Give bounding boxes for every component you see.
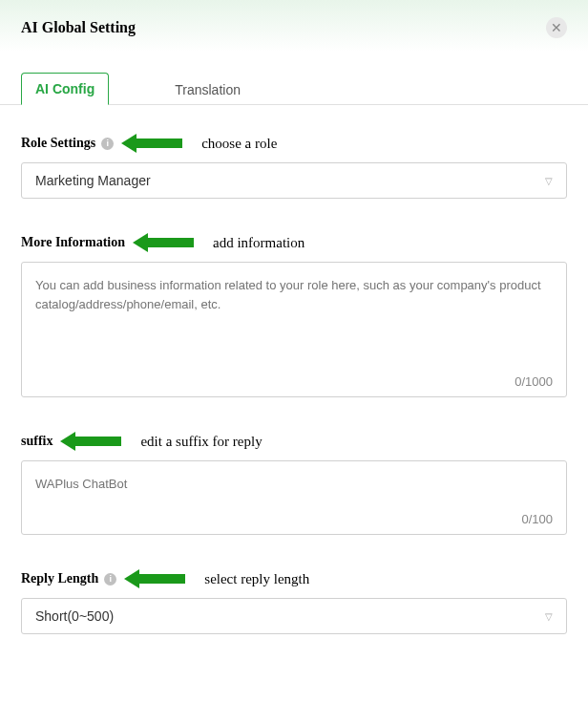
suffix-counter: 0/100	[521, 512, 553, 526]
reply-length-value: Short(0~500)	[35, 608, 114, 624]
reply-length-arrow	[124, 569, 185, 588]
more-information-group: More Information add information 0/1000	[21, 233, 567, 397]
reply-length-select[interactable]: Short(0~500) ▽	[21, 598, 567, 634]
dialog-container: AI Global Setting ✕ AI Config Translatio…	[0, 0, 588, 703]
more-information-counter: 0/1000	[514, 374, 553, 389]
chevron-down-icon: ▽	[545, 176, 553, 186]
suffix-textarea-wrapper: 0/100	[21, 460, 567, 535]
chevron-down-icon: ▽	[545, 611, 553, 622]
role-settings-label-row: Role Settings i choose a role	[21, 134, 567, 153]
tabs-bar: AI Config Translation	[0, 52, 588, 105]
tab-ai-config[interactable]: AI Config	[21, 73, 109, 105]
tab-translation[interactable]: Translation	[160, 74, 255, 105]
more-information-arrow	[133, 233, 194, 252]
arrow-icon	[60, 432, 75, 451]
suffix-textarea[interactable]	[22, 461, 566, 530]
info-icon[interactable]: i	[104, 573, 116, 586]
close-button[interactable]: ✕	[546, 17, 567, 38]
suffix-label: suffix	[21, 434, 52, 449]
role-settings-arrow	[121, 134, 182, 153]
more-information-textarea-wrapper: 0/1000	[21, 262, 567, 397]
reply-length-annotation: select reply length	[204, 571, 309, 587]
suffix-label-row: suffix edit a suffix for reply	[21, 432, 567, 451]
role-settings-select[interactable]: Marketing Manager ▽	[21, 162, 567, 199]
suffix-group: suffix edit a suffix for reply 0/100	[21, 432, 567, 535]
arrow-body	[75, 437, 121, 446]
dialog-title: AI Global Setting	[21, 19, 136, 36]
dialog-header: AI Global Setting ✕	[0, 0, 588, 52]
role-settings-group: Role Settings i choose a role Marketing …	[21, 134, 567, 199]
arrow-body	[148, 238, 194, 247]
arrow-icon	[124, 569, 139, 588]
role-settings-label: Role Settings	[21, 136, 95, 151]
reply-length-label-row: Reply Length i select reply length	[21, 569, 567, 588]
more-information-label: More Information	[21, 235, 125, 250]
role-settings-annotation: choose a role	[201, 136, 277, 152]
reply-length-group: Reply Length i select reply length Short…	[21, 569, 567, 634]
reply-length-label: Reply Length	[21, 571, 98, 586]
close-icon: ✕	[551, 20, 562, 35]
role-settings-value: Marketing Manager	[35, 173, 151, 188]
arrow-icon	[133, 233, 148, 252]
suffix-annotation: edit a suffix for reply	[140, 434, 262, 450]
suffix-arrow	[60, 432, 121, 451]
more-information-annotation: add information	[213, 235, 304, 251]
more-information-label-row: More Information add information	[21, 233, 567, 252]
arrow-body	[139, 574, 185, 584]
arrow-body	[136, 138, 182, 148]
info-icon[interactable]: i	[101, 138, 114, 150]
content-area: Role Settings i choose a role Marketing …	[0, 105, 588, 697]
arrow-icon	[121, 134, 136, 153]
more-information-textarea[interactable]	[22, 263, 566, 393]
